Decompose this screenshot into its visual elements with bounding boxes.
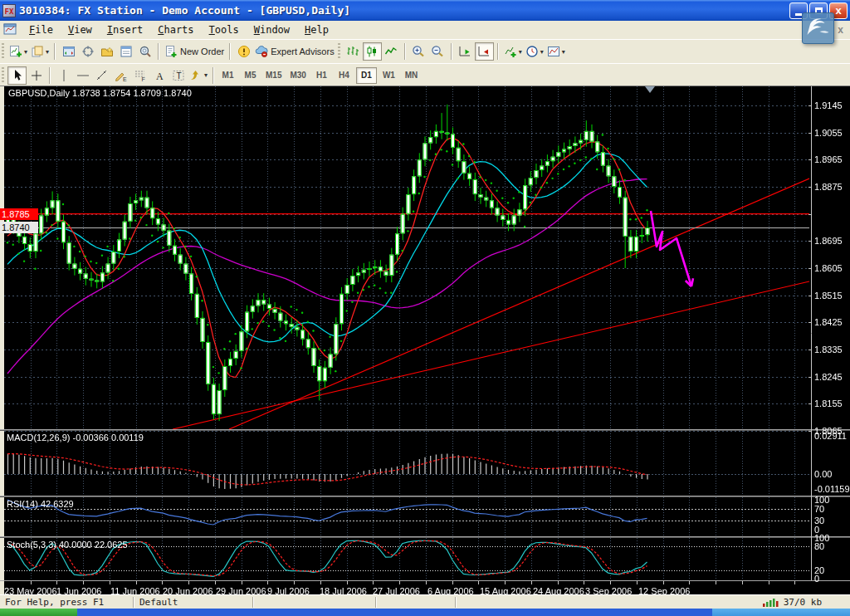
- drawing-toolbar: E F A T ▾ M1M5M15M30H1H4D1W1MN: [0, 63, 850, 87]
- strategy-tester-button[interactable]: [135, 42, 154, 61]
- profiles-button[interactable]: ▾: [29, 42, 51, 61]
- svg-text:A: A: [156, 70, 164, 81]
- window-title: 3010384: FX Station - Demo Account - [GB…: [19, 0, 789, 21]
- timeframe-m5[interactable]: M5: [240, 67, 261, 84]
- data-window-button[interactable]: [116, 42, 135, 61]
- auto-scroll-button[interactable]: [456, 42, 475, 61]
- toolbar-separator: [49, 67, 51, 84]
- fibonacci-button[interactable]: F: [130, 66, 149, 85]
- cursor-button[interactable]: [7, 66, 27, 85]
- chart-close-icon[interactable]: x: [838, 24, 843, 36]
- menu-tools[interactable]: Tools: [202, 22, 247, 37]
- bird-logo-icon: [802, 12, 834, 44]
- chart-area: GBPUSD,Daily 1.8738 1.8754 1.8709 1.8740…: [0, 86, 850, 594]
- chart-shift-button[interactable]: [475, 42, 494, 61]
- menu-window[interactable]: Window: [247, 22, 297, 37]
- menu-charts[interactable]: Charts: [150, 22, 201, 37]
- titlebar: FX 3010384: FX Station - Demo Account - …: [0, 0, 850, 21]
- timeframe-m1[interactable]: M1: [217, 67, 238, 84]
- statusbar-separator: [375, 597, 377, 608]
- menu-items: FileViewInsertChartsToolsWindowHelp: [22, 24, 336, 36]
- timeframe-h1[interactable]: H1: [311, 67, 332, 84]
- zoom-out-button[interactable]: [428, 42, 447, 61]
- alert-button[interactable]: [234, 42, 253, 61]
- arrows-button[interactable]: ▾: [188, 66, 209, 85]
- toolbar-separator: [54, 43, 56, 60]
- toolbar-grip[interactable]: [338, 43, 340, 60]
- menu-view[interactable]: View: [61, 22, 100, 37]
- taskbar: [0, 609, 850, 616]
- statusbar-separator: [455, 597, 457, 608]
- close-icon: x: [835, 5, 841, 16]
- vertical-line-button[interactable]: [54, 66, 73, 85]
- line-chart-button[interactable]: [382, 42, 401, 61]
- toolbar-separator: [451, 43, 452, 60]
- expert-advisors-label: Expert Advisors: [271, 46, 334, 56]
- minimize-icon: [795, 13, 802, 16]
- svg-text:T: T: [176, 71, 181, 81]
- chevron-down-icon: ▾: [204, 71, 208, 79]
- chevron-down-icon: ▾: [519, 48, 522, 56]
- zoom-in-button[interactable]: [409, 42, 428, 61]
- svg-text:E: E: [123, 76, 127, 82]
- favorites-button[interactable]: [97, 42, 116, 61]
- toolbar-separator: [497, 43, 499, 60]
- start-button-fragment[interactable]: [0, 609, 77, 616]
- horizontal-line-button[interactable]: [73, 66, 92, 85]
- toolbar-grip[interactable]: [2, 67, 4, 84]
- chevron-down-icon: ▾: [46, 48, 49, 56]
- toolbar-separator: [212, 67, 214, 84]
- new-chart-button[interactable]: ▾: [7, 42, 29, 61]
- equidistant-channel-button[interactable]: E: [111, 66, 130, 85]
- toolbar-separator: [229, 43, 231, 60]
- chart-window-icon: [3, 22, 17, 38]
- timeframe-w1[interactable]: W1: [379, 67, 399, 84]
- menu-help[interactable]: Help: [297, 22, 336, 37]
- status-profile[interactable]: Default: [134, 597, 252, 608]
- timeframe-h4[interactable]: H4: [334, 67, 354, 84]
- status-traffic: 37/0 kb: [784, 597, 822, 608]
- toolbar-separator: [404, 43, 406, 60]
- chevron-down-icon: ▾: [562, 48, 565, 56]
- timeframe-m30[interactable]: M30: [286, 67, 309, 84]
- system-tray-fragment: [712, 609, 850, 616]
- menubar: FileViewInsertChartsToolsWindowHelp x: [0, 21, 850, 40]
- statusbar: For Help, press F1 Default 37/0 kb: [0, 594, 850, 609]
- text-label-button[interactable]: T: [169, 66, 188, 85]
- toolbar-separator: [158, 43, 159, 60]
- fx-station-window: FX 3010384: FX Station - Demo Account - …: [0, 0, 850, 616]
- timeframe-group: M1M5M15M30H1H4D1W1MN: [217, 67, 422, 84]
- statusbar-separator: [252, 597, 254, 608]
- timeframe-d1[interactable]: D1: [356, 67, 377, 84]
- timeframe-mn[interactable]: MN: [401, 67, 422, 84]
- trendline-button[interactable]: [92, 66, 111, 85]
- indicators-button[interactable]: ▾: [502, 42, 524, 61]
- templates-button[interactable]: ▾: [545, 42, 567, 61]
- menu-insert[interactable]: Insert: [100, 22, 150, 37]
- new-order-label: New Order: [180, 46, 224, 56]
- candlestick-chart-button[interactable]: [363, 42, 382, 61]
- market-watch-button[interactable]: [59, 42, 78, 61]
- toolbar-grip[interactable]: [2, 43, 4, 60]
- crosshair-button[interactable]: [27, 66, 46, 85]
- expert-advisors-button[interactable]: Expert Advisors: [253, 42, 335, 61]
- chevron-down-icon: ▾: [540, 48, 544, 56]
- connection-bars-icon: [762, 598, 779, 608]
- periods-button[interactable]: ▾: [524, 42, 545, 61]
- svg-text:F: F: [141, 76, 144, 82]
- chevron-down-icon: ▾: [24, 48, 27, 56]
- navigator-button[interactable]: [78, 42, 97, 61]
- status-help-text: For Help, press F1: [0, 597, 133, 608]
- standard-toolbar: ▾ ▾ New Order: [0, 39, 850, 64]
- menu-file[interactable]: File: [22, 22, 61, 37]
- timeframe-m15[interactable]: M15: [262, 67, 285, 84]
- app-icon: FX: [2, 4, 16, 17]
- text-button[interactable]: A: [149, 66, 169, 85]
- new-order-button[interactable]: New Order: [163, 42, 226, 61]
- chart-canvas[interactable]: [0, 86, 850, 594]
- bar-chart-button[interactable]: [344, 42, 363, 61]
